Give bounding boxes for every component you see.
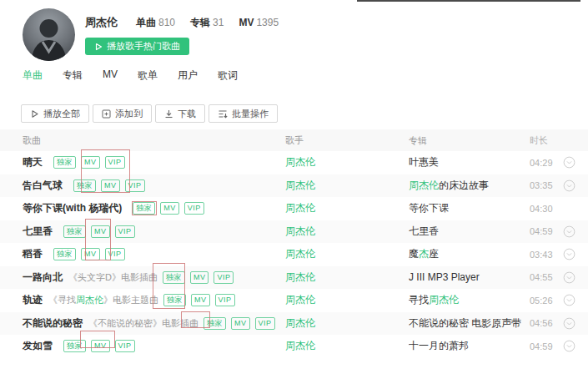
song-artist-link[interactable]: 周杰伦 <box>285 225 315 237</box>
tag-mv: MV <box>190 271 209 284</box>
tag-mv: MV <box>101 179 120 192</box>
song-row[interactable]: 稻香 独家MVVIP 周杰伦 魔杰座 03:43 <box>0 243 588 266</box>
song-tags: 独家MVVIP <box>48 248 125 260</box>
more-circle-icon[interactable] <box>563 156 575 169</box>
album-cell: 魔杰座 <box>409 247 530 261</box>
song-title[interactable]: 七里香 <box>23 225 53 239</box>
song-cell: 一路向北 《头文字D》电影插曲 独家MVVIP <box>0 270 285 285</box>
tag-vip: VIP <box>115 225 135 238</box>
song-album-link[interactable]: 叶惠美 <box>409 156 439 168</box>
text: 《头文字D》电影插曲 <box>68 272 158 282</box>
song-artist-link[interactable]: 周杰伦 <box>285 179 315 191</box>
song-row[interactable]: 发如雪 独家MVVIP 周杰伦 十一月的萧邦 04:59 <box>0 335 588 358</box>
song-artist-link[interactable]: 周杰伦 <box>285 271 315 283</box>
song-duration: 04:55 <box>530 272 563 282</box>
song-tags: 独家MVVIP <box>128 202 204 215</box>
artist-cell: 周杰伦 <box>285 179 409 193</box>
song-album-link[interactable]: 魔杰座 <box>409 248 439 260</box>
more-circle-icon[interactable] <box>563 340 575 352</box>
more-circle-icon[interactable] <box>563 317 575 330</box>
more-circle-icon[interactable] <box>563 294 575 306</box>
tag-独家: 独家 <box>53 156 76 169</box>
song-cell: 七里香 独家MVVIP <box>0 225 285 239</box>
song-artist-link[interactable]: 周杰伦 <box>285 248 315 260</box>
tab-users[interactable]: 用户 <box>178 68 198 83</box>
more-cell <box>563 179 588 192</box>
song-title[interactable]: 稻香 <box>23 247 43 261</box>
song-artist-link[interactable]: 周杰伦 <box>285 340 315 351</box>
song-duration: 05:26 <box>530 296 563 306</box>
song-cell: 不能说的秘密 《不能说的秘密》电影插曲 独家MVVIP <box>0 316 285 331</box>
more-circle-icon[interactable] <box>563 248 575 260</box>
song-album-link[interactable]: 不能说的秘密 电影原声带 <box>409 317 521 329</box>
tag-mv: MV <box>191 294 210 306</box>
tag-mv: MV <box>160 202 179 215</box>
song-duration: 03:35 <box>530 180 563 190</box>
song-title[interactable]: 不能说的秘密 <box>23 316 83 331</box>
add-to-button[interactable]: 添加到 <box>93 104 152 123</box>
album-cell: 十一月的萧邦 <box>409 339 530 353</box>
song-title[interactable]: 晴天 <box>23 155 43 169</box>
play-all-button[interactable]: 播放全部 <box>21 104 89 123</box>
song-cell: 等你下课(with 杨瑞代) 独家MVVIP <box>0 201 285 215</box>
artist-cell: 周杰伦 <box>285 316 409 331</box>
song-row[interactable]: 不能说的秘密 《不能说的秘密》电影插曲 独家MVVIP 周杰伦 不能说的秘密 电… <box>0 312 588 336</box>
play-outline-icon <box>30 109 39 119</box>
album-cell: 叶惠美 <box>409 155 530 169</box>
song-artist-link[interactable]: 周杰伦 <box>285 317 315 329</box>
artist-cell: 周杰伦 <box>285 155 409 169</box>
song-album-link[interactable]: 七里香 <box>409 225 439 237</box>
song-cell: 晴天 独家MVVIP <box>0 155 285 169</box>
song-row[interactable]: 七里香 独家MVVIP 周杰伦 七里香 04:59 <box>0 220 588 244</box>
tag-mv: MV <box>81 156 100 169</box>
song-title[interactable]: 一路向北 <box>23 270 63 285</box>
tab-songs[interactable]: 单曲 <box>23 68 43 83</box>
tag-独家: 独家 <box>204 317 226 330</box>
song-title[interactable]: 轨迹 <box>23 293 43 307</box>
song-artist-link[interactable]: 周杰伦 <box>285 156 315 168</box>
song-album-link[interactable]: 寻找周杰伦 <box>409 294 459 306</box>
tab-albums[interactable]: 专辑 <box>63 68 83 83</box>
text: 等你下课 <box>409 202 449 214</box>
song-title[interactable]: 等你下课(with 杨瑞代) <box>23 201 122 215</box>
artist-info: 周杰伦 单曲810 专辑31 MV1395 播放歌手热门歌曲 <box>85 8 294 61</box>
song-artist-link[interactable]: 周杰伦 <box>285 202 315 214</box>
category-tabs: 单曲 专辑 MV 歌单 用户 歌词 <box>23 68 238 83</box>
song-row[interactable]: 轨迹 《寻找周杰伦》电影主题曲 独家MVVIP 周杰伦 寻找周杰伦 05:26 <box>0 289 588 312</box>
more-cell <box>563 294 588 306</box>
tab-playlists[interactable]: 歌单 <box>138 68 158 83</box>
download-label: 下载 <box>178 108 196 120</box>
text: 《寻找 <box>48 295 76 305</box>
song-row[interactable]: 告白气球 独家MVVIP 周杰伦 周杰伦的床边故事 03:35 <box>0 174 588 198</box>
tag-独家: 独家 <box>133 202 155 215</box>
song-cell: 轨迹 《寻找周杰伦》电影主题曲 独家MVVIP <box>0 293 285 307</box>
song-cell: 稻香 独家MVVIP <box>0 247 285 261</box>
batch-operations-button[interactable]: 批量操作 <box>209 104 278 123</box>
song-album-link[interactable]: 等你下课 <box>409 202 449 214</box>
song-album-link[interactable]: 十一月的萧邦 <box>409 340 469 351</box>
artist-name[interactable]: 周杰伦 <box>85 15 118 30</box>
tag-mv: MV <box>81 248 100 260</box>
artist-photo-silhouette <box>23 8 75 61</box>
song-album-link[interactable]: J III MP3 Player <box>409 271 480 283</box>
song-title[interactable]: 告白气球 <box>23 179 63 193</box>
download-button[interactable]: 下载 <box>155 104 205 123</box>
more-circle-icon[interactable] <box>563 179 575 192</box>
song-artist-link[interactable]: 周杰伦 <box>285 294 315 306</box>
song-row[interactable]: 等你下课(with 杨瑞代) 独家MVVIP 周杰伦 等你下课 04:30 <box>0 197 588 220</box>
song-title[interactable]: 发如雪 <box>23 339 53 353</box>
text: 寻找 <box>409 294 429 306</box>
tab-lyrics[interactable]: 歌词 <box>218 68 238 83</box>
album-cell: 等你下课 <box>409 201 530 215</box>
song-row[interactable]: 一路向北 《头文字D》电影插曲 独家MVVIP 周杰伦 J III MP3 Pl… <box>0 266 588 290</box>
song-album-link[interactable]: 周杰伦的床边故事 <box>409 179 489 191</box>
play-hot-songs-button[interactable]: 播放歌手热门歌曲 <box>85 38 189 55</box>
song-tags: 独家MVVIP <box>48 156 125 169</box>
artist-avatar[interactable] <box>23 8 75 61</box>
more-circle-icon[interactable] <box>563 271 575 284</box>
text: 七里香 <box>409 225 439 237</box>
song-row[interactable]: 晴天 独家MVVIP 周杰伦 叶惠美 04:29 <box>0 151 588 174</box>
album-cell: J III MP3 Player <box>409 271 530 283</box>
more-circle-icon[interactable] <box>563 225 575 238</box>
tab-mv[interactable]: MV <box>103 68 118 83</box>
